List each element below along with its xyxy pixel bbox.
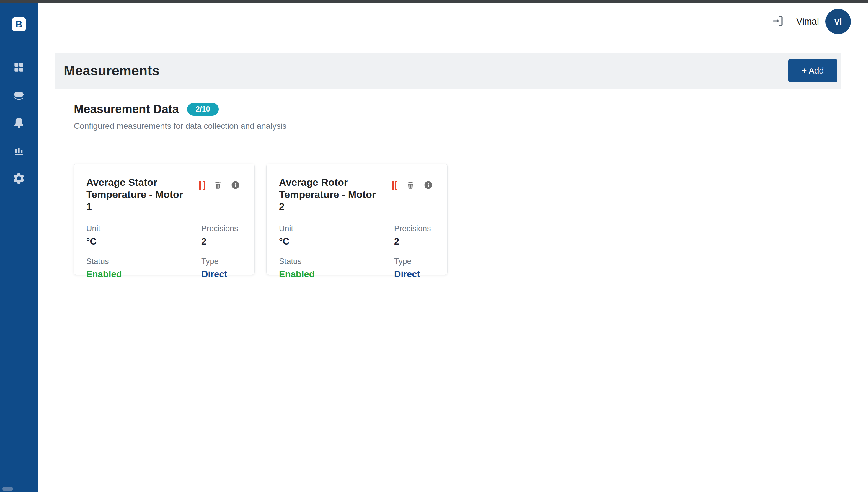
grid-icon	[12, 61, 25, 74]
info-button[interactable]	[231, 180, 240, 191]
trash-icon	[406, 180, 415, 191]
field-value: °C	[279, 236, 394, 247]
field-label: Precisions	[201, 224, 242, 233]
delete-button[interactable]	[406, 180, 415, 191]
field-status: Status Enabled	[86, 257, 201, 280]
sidebar-item-alerts[interactable]	[9, 116, 28, 130]
user-name: Vimal	[796, 16, 819, 27]
sidebar-divider	[0, 48, 38, 48]
main-area: Vimal vi Measurements + Add Measurement …	[38, 3, 868, 492]
card-list: Average Stator Temperature - Motor 1	[55, 144, 841, 275]
sidebar-item-settings[interactable]	[9, 171, 28, 186]
page-title: Measurements	[64, 63, 160, 78]
card-title: Average Rotor Temperature - Motor 2	[279, 176, 382, 212]
type-value: Direct	[394, 269, 435, 280]
pause-icon	[392, 181, 398, 190]
gear-icon	[12, 172, 26, 185]
card-title: Average Stator Temperature - Motor 1	[86, 176, 189, 212]
avatar[interactable]: vi	[825, 9, 851, 34]
field-unit: Unit °C	[86, 224, 201, 247]
pause-button[interactable]	[392, 181, 398, 190]
info-icon	[424, 180, 433, 191]
sidebar-item-dashboard[interactable]	[9, 60, 28, 74]
field-label: Status	[279, 257, 394, 266]
pause-button[interactable]	[199, 181, 205, 190]
sidebar: B	[0, 3, 38, 492]
info-button[interactable]	[424, 180, 433, 191]
app-logo-letter: B	[15, 19, 22, 30]
field-type: Type Direct	[394, 257, 435, 280]
field-value: 2	[201, 236, 242, 247]
measurement-card: Average Stator Temperature - Motor 1	[74, 164, 255, 275]
field-value: 2	[394, 236, 435, 247]
app-logo[interactable]: B	[12, 17, 26, 31]
page-header-bar: Measurements + Add	[55, 53, 841, 89]
field-value: °C	[86, 236, 201, 247]
info-icon	[231, 180, 240, 191]
field-label: Precisions	[394, 224, 435, 233]
status-value: Enabled	[279, 269, 394, 280]
field-label: Unit	[86, 224, 201, 233]
section-title: Measurement Data	[74, 102, 179, 116]
scrollbar-thumb[interactable]	[2, 487, 13, 491]
pause-icon	[199, 181, 205, 190]
field-label: Unit	[279, 224, 394, 233]
status-value: Enabled	[86, 269, 201, 280]
section-header: Measurement Data 2/10	[55, 89, 841, 116]
avatar-initials: vi	[834, 16, 842, 27]
database-icon	[13, 89, 25, 101]
measurement-card: Average Rotor Temperature - Motor 2	[266, 164, 448, 275]
content: Measurement Data 2/10 Configured measure…	[55, 89, 841, 275]
field-precisions: Precisions 2	[201, 224, 242, 247]
logout-button[interactable]	[771, 15, 785, 28]
sidebar-item-data[interactable]	[9, 88, 28, 102]
sidebar-item-measurements[interactable]	[9, 144, 28, 158]
field-label: Type	[394, 257, 435, 266]
field-type: Type Direct	[201, 257, 242, 280]
topbar: Vimal vi	[38, 3, 868, 41]
trash-icon	[213, 180, 222, 191]
count-badge: 2/10	[187, 103, 219, 116]
field-label: Type	[201, 257, 242, 266]
bell-icon	[12, 116, 25, 129]
bar-chart-icon	[13, 144, 25, 157]
add-button[interactable]: + Add	[788, 59, 837, 82]
window-top-strip	[0, 0, 868, 3]
type-value: Direct	[201, 269, 242, 280]
logout-icon	[772, 15, 784, 28]
field-unit: Unit °C	[279, 224, 394, 247]
delete-button[interactable]	[213, 180, 222, 191]
field-label: Status	[86, 257, 201, 266]
section-subtitle: Configured measurements for data collect…	[55, 116, 841, 131]
field-precisions: Precisions 2	[394, 224, 435, 247]
field-status: Status Enabled	[279, 257, 394, 280]
